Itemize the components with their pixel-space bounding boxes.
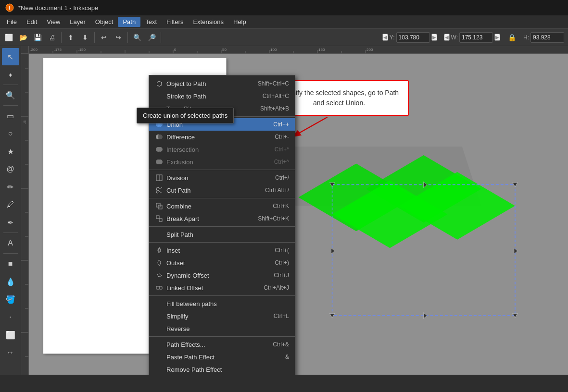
print-button[interactable]: 🖨 [45, 31, 59, 44]
node-tool[interactable]: ⬧ [2, 66, 19, 83]
menu-item-cut-path[interactable]: Cut Path Ctrl+Alt+/ [149, 184, 295, 196]
menu-layer[interactable]: Layer [65, 17, 90, 27]
h-input[interactable] [530, 32, 564, 43]
circle-tool[interactable]: ○ [2, 125, 19, 142]
menu-item-reverse[interactable]: Reverse [149, 322, 295, 335]
svg-text:0: 0 [174, 48, 177, 52]
svg-text:-175: -175 [54, 48, 62, 52]
svg-point-65 [158, 147, 163, 152]
menu-item-difference[interactable]: Difference Ctrl+- [149, 131, 295, 143]
spray-tool[interactable]: · [2, 308, 19, 326]
sep4 [161, 32, 161, 43]
menu-item-remove-path-effect[interactable]: Remove Path Effect [149, 363, 295, 375]
export-button[interactable]: ⬇ [78, 31, 92, 44]
erase-tool[interactable]: ⬜ [2, 326, 19, 343]
menu-item-fill-between[interactable]: Fill between paths [149, 297, 295, 310]
select-tool[interactable]: ↖ [2, 48, 19, 65]
y-input[interactable] [396, 32, 430, 43]
y-increase[interactable]: ▶ [431, 34, 437, 41]
zoom-in-button[interactable]: 🔍 [130, 31, 144, 44]
paste-path-effect-icon [155, 353, 164, 361]
svg-text:50: 50 [222, 48, 227, 52]
zoom-out-button[interactable]: 🔎 [145, 31, 158, 44]
vertical-ruler: -5 [21, 54, 29, 375]
menu-extensions[interactable]: Extensions [188, 17, 228, 27]
union-hover-tooltip: Create union of selected paths [137, 108, 234, 123]
menu-item-split-path[interactable]: Split Path [149, 228, 295, 241]
pen-tool[interactable]: 🖊 [2, 196, 19, 213]
menu-sep-7 [149, 336, 295, 337]
linked-offset-icon [155, 283, 164, 292]
spiral-tool[interactable]: @ [2, 160, 19, 178]
menu-item-dynamic-offset[interactable]: Dynamic Offset Ctrl+J [149, 269, 295, 282]
svg-rect-78 [156, 286, 159, 289]
y-coord-field: ◀ Y: ▶ [382, 32, 437, 43]
menu-item-exclusion[interactable]: Exclusion Ctrl+^ [149, 156, 295, 168]
pencil-tool[interactable]: ✏ [2, 178, 19, 196]
menu-text[interactable]: Text [140, 17, 162, 27]
svg-point-67 [158, 159, 163, 164]
menu-item-outset[interactable]: Outset Ctrl+) [149, 257, 295, 269]
menu-item-linked-offset[interactable]: Linked Offset Ctrl+Alt+J [149, 282, 295, 294]
open-button[interactable]: 📂 [16, 31, 30, 44]
svg-rect-76 [156, 216, 159, 219]
calligraphy-tool[interactable]: ✒ [2, 214, 19, 231]
menu-item-inset[interactable]: Inset Ctrl+( [149, 244, 295, 257]
menu-sep-6 [149, 295, 295, 296]
svg-point-70 [156, 190, 159, 193]
menu-item-path-effects[interactable]: Path Effects... Ctrl+& [149, 338, 295, 351]
import-button[interactable]: ⬆ [64, 31, 77, 44]
svg-rect-77 [159, 219, 162, 221]
w-input[interactable] [459, 32, 493, 43]
split-path-icon [155, 230, 164, 239]
menu-item-division[interactable]: Division Ctrl+/ [149, 172, 295, 184]
menu-item-intersection[interactable]: Intersection Ctrl+* [149, 143, 295, 156]
menu-item-paste-path-effect[interactable]: Paste Path Effect & [149, 351, 295, 363]
gradient-tool[interactable]: ■ [2, 255, 19, 272]
menu-filters[interactable]: Filters [162, 17, 188, 27]
y-decrease[interactable]: ◀ [382, 34, 388, 41]
redo-button[interactable]: ↪ [112, 31, 125, 44]
save-button[interactable]: 💾 [31, 31, 44, 44]
main-layout: ↖ ⬧ 🔍 ▭ ○ ★ @ ✏ 🖊 ✒ A ■ 💧 🪣 · ⬜ ↔ -200 [0, 46, 568, 375]
menu-path[interactable]: Path [118, 17, 140, 27]
division-icon [155, 173, 164, 182]
menu-item-break-apart[interactable]: Break Apart Shift+Ctrl+K [149, 212, 295, 225]
canvas-content: To unify the selected shapes, go to Path… [29, 54, 568, 375]
menu-view[interactable]: View [42, 17, 65, 27]
menu-item-simplify[interactable]: Simplify Ctrl+L [149, 310, 295, 322]
connector-tool[interactable]: ↔ [2, 344, 19, 361]
intersection-icon [155, 145, 164, 154]
canvas-area[interactable]: -200 -175 -150 0 50 100 150 [21, 46, 568, 375]
menu-item-object-to-path[interactable]: ⬡ Object to Path Shift+Ctrl+C [149, 77, 295, 90]
menu-sep-4 [149, 226, 295, 227]
h-coord-field: H: [523, 32, 564, 43]
menu-help[interactable]: Help [228, 17, 251, 27]
star-tool[interactable]: ★ [2, 143, 19, 160]
rect-tool[interactable]: ▭ [2, 107, 19, 124]
simplify-icon [155, 312, 164, 320]
w-decrease[interactable]: ◀ [444, 34, 450, 41]
text-tool[interactable]: A [2, 234, 19, 252]
menu-object[interactable]: Object [90, 17, 118, 27]
svg-point-63 [158, 135, 163, 139]
tool-sep-4 [3, 253, 18, 254]
menu-item-stroke-to-path[interactable]: Stroke to Path Ctrl+Alt+C [149, 90, 295, 102]
new-button[interactable]: ⬜ [2, 31, 15, 44]
ruler-corner [21, 46, 29, 54]
menu-file[interactable]: File [2, 17, 22, 27]
paint-bucket-tool[interactable]: 🪣 [2, 291, 19, 308]
undo-button[interactable]: ↩ [97, 31, 111, 44]
svg-point-71 [156, 187, 159, 190]
fill-between-icon [155, 299, 164, 308]
dropper-tool[interactable]: 💧 [2, 273, 19, 290]
lock-aspect-button[interactable]: 🔒 [505, 31, 518, 44]
canvas-tooltip-text: To unify the selected shapes, go to Path… [279, 89, 399, 107]
menu-sep-2 [149, 170, 295, 170]
w-increase[interactable]: ▶ [494, 34, 500, 41]
tool-sep-3 [3, 233, 18, 233]
menu-edit[interactable]: Edit [22, 17, 42, 27]
union-tooltip-text: Create union of selected paths [143, 112, 227, 119]
menu-item-combine[interactable]: Combine Ctrl+K [149, 200, 295, 212]
zoom-tool[interactable]: 🔍 [2, 86, 19, 104]
